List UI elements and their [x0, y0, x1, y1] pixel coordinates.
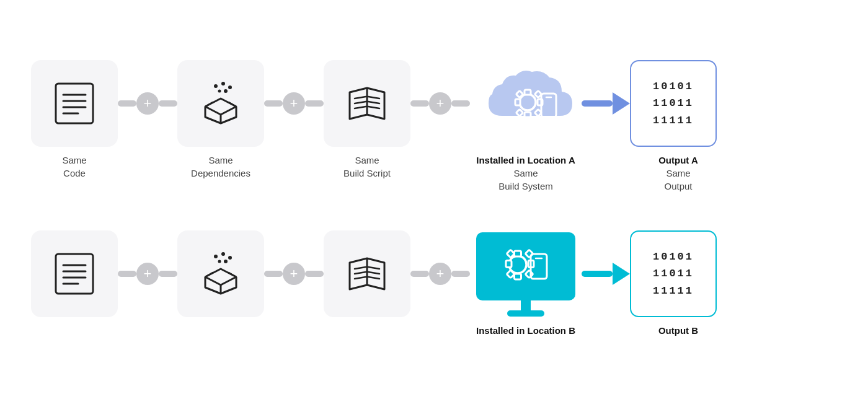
svg-line-41: [355, 267, 366, 269]
code-icon-b: [50, 249, 99, 299]
arrow-b: [582, 263, 630, 285]
monitor-label-b-wrapper: Installed in Location B: [470, 324, 582, 337]
svg-point-36: [221, 252, 225, 256]
build-script-icon-b: [342, 249, 392, 299]
output-label-a-wrapper: Output A SameOutput: [635, 154, 722, 193]
main-diagram: +: [0, 51, 868, 343]
arrow-line-a: [582, 100, 613, 107]
svg-line-46: [368, 277, 379, 279]
svg-rect-52: [515, 251, 521, 256]
binary-output-a: 10101 11011 11111: [653, 78, 694, 129]
connector-line-1a: [118, 100, 136, 107]
monitor-build-system-b: [470, 227, 582, 320]
connector-3a: +: [410, 92, 470, 115]
connector-plus-2a: +: [283, 92, 305, 115]
svg-line-15: [368, 97, 379, 98]
cloud-build-system-a: [470, 57, 582, 150]
connector-2a: +: [264, 92, 324, 115]
code-label-a: Same Code: [62, 154, 86, 180]
connector-line-3a-r: [451, 100, 470, 107]
arrow-head-b: [613, 263, 630, 285]
svg-line-45: [368, 272, 379, 274]
connector-line-3b-r: [451, 271, 470, 277]
build-script-icon-box-a: [324, 60, 410, 147]
connector-line-3b: [410, 271, 429, 277]
pipeline-row-b: +: [31, 227, 837, 320]
svg-rect-50: [507, 310, 544, 317]
code-icon-box-a: [31, 60, 118, 147]
connector-1b: +: [118, 263, 177, 285]
cloud-icon-a: [470, 57, 582, 138]
code-label-a-wrapper: Same Code: [31, 154, 118, 180]
build-script-label-a-wrapper: Same Build Script: [324, 154, 410, 180]
connector-line-3a: [410, 100, 429, 107]
output-a-sub-label: SameOutput: [664, 167, 692, 193]
svg-point-10: [218, 90, 221, 93]
labels-row-a: Same Code Same Dependencies Same Build S…: [31, 154, 837, 193]
output-b-bold-label: Output B: [658, 324, 698, 337]
row-a-section: +: [31, 57, 837, 193]
connector-line-1a-r: [159, 100, 177, 107]
connector-plus-3a: +: [429, 92, 451, 115]
cloud-location-label-a: Installed in Location A: [476, 154, 575, 167]
svg-line-14: [355, 107, 366, 108]
deps-icon-box-b: [177, 230, 264, 317]
svg-rect-29: [56, 254, 93, 294]
svg-point-6: [214, 84, 218, 88]
deps-icon-a: [196, 79, 246, 128]
connector-plus-2b: +: [283, 263, 305, 285]
svg-rect-54: [506, 261, 512, 268]
connector-line-2a: [264, 100, 283, 107]
svg-line-44: [368, 267, 379, 269]
deps-icon-b: [196, 249, 246, 299]
svg-line-42: [355, 272, 366, 274]
deps-label-a-wrapper: Same Dependencies: [177, 154, 264, 180]
output-box-a: 10101 11011 11111: [630, 60, 717, 147]
pipeline-row-a: +: [31, 57, 837, 150]
build-script-icon-box-b: [324, 230, 410, 317]
arrow-a: [582, 92, 630, 115]
output-label-b-wrapper: Output B: [635, 324, 722, 337]
connector-plus-1a: +: [136, 92, 159, 115]
svg-rect-49: [521, 300, 531, 312]
connector-line-2b: [264, 271, 283, 277]
binary-output-b: 10101 11011 11111: [653, 248, 694, 299]
build-script-label-a: Same Build Script: [343, 154, 391, 180]
connector-line-1b-r: [159, 271, 177, 277]
svg-line-43: [355, 277, 366, 279]
connector-line-1b: [118, 271, 136, 277]
svg-rect-53: [515, 274, 521, 279]
cloud-system-label-a: SameBuild System: [498, 167, 553, 193]
connector-line-2b-r: [305, 271, 324, 277]
output-a-bold-label-fix: Output A: [658, 154, 698, 167]
connector-plus-3b: +: [429, 263, 451, 285]
code-icon-a: [50, 79, 99, 128]
output-box-b: 10101 11011 11111: [630, 230, 717, 317]
cloud-label-a-wrapper: Installed in Location A SameBuild System: [470, 154, 582, 193]
svg-rect-0: [56, 84, 93, 123]
connector-line-2a-r: [305, 100, 324, 107]
monitor-location-label-b: Installed in Location B: [476, 324, 575, 337]
svg-line-12: [355, 97, 366, 98]
arrow-line-b: [582, 271, 613, 277]
connector-plus-1b: +: [136, 263, 159, 285]
connector-3b: +: [410, 263, 470, 285]
svg-line-13: [355, 102, 366, 103]
build-script-icon-a: [342, 79, 392, 128]
deps-icon-box-a: [177, 60, 264, 147]
svg-line-17: [368, 107, 379, 108]
connector-2b: +: [264, 263, 324, 285]
row-gap: [31, 205, 837, 215]
row-b-section: +: [31, 227, 837, 337]
connector-1a: +: [118, 92, 177, 115]
svg-rect-21: [515, 99, 520, 105]
monitor-icon-b: [470, 227, 582, 320]
svg-point-39: [218, 260, 221, 263]
svg-point-8: [228, 85, 232, 89]
svg-point-38: [224, 260, 228, 263]
svg-point-35: [214, 255, 218, 258]
svg-line-16: [368, 102, 379, 103]
svg-rect-20: [525, 112, 531, 117]
svg-point-9: [224, 89, 228, 93]
svg-rect-19: [525, 90, 531, 95]
